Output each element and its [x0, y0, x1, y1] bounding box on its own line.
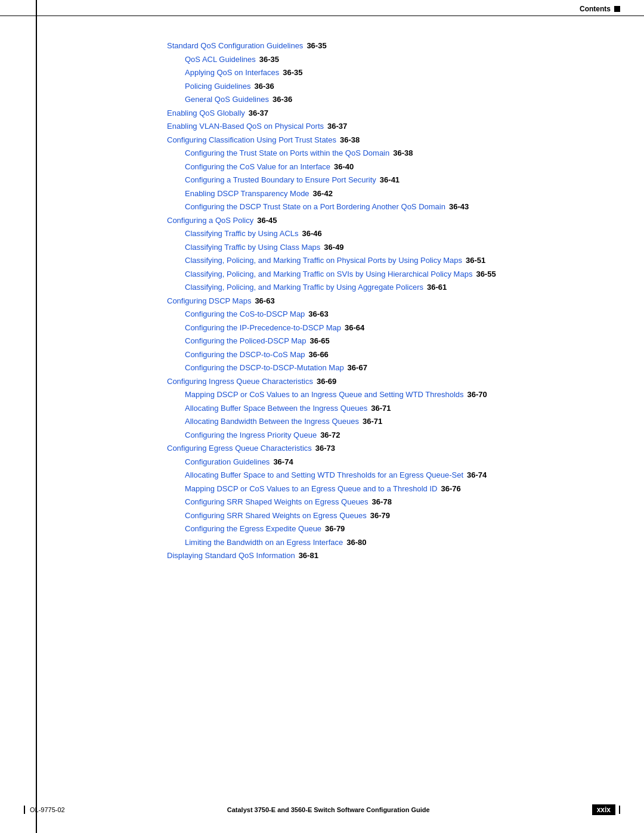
- toc-entry: Limiting the Bandwidth on an Egress Inte…: [185, 537, 584, 549]
- toc-link-16[interactable]: Classifying, Policing, and Marking Traff…: [185, 256, 462, 265]
- toc-entry: Configuring SRR Shaped Weights on Egress…: [185, 496, 584, 508]
- left-vertical-bar: [36, 0, 37, 833]
- toc-entry: QoS ACL Guidelines36-35: [185, 54, 584, 66]
- footer-page-number: xxix: [592, 804, 615, 815]
- toc-link-3[interactable]: Policing Guidelines: [185, 82, 251, 91]
- toc-link-5[interactable]: Enabling QoS Globally: [167, 109, 245, 117]
- toc-entry: Configuring the Egress Expedite Queue36-…: [185, 523, 584, 535]
- toc-link-26[interactable]: Mapping DSCP or CoS Values to an Ingress…: [185, 390, 464, 399]
- toc-entry: Classifying, Policing, and Marking Traff…: [185, 281, 584, 293]
- toc-link-17[interactable]: Classifying, Policing, and Marking Traff…: [185, 270, 472, 278]
- toc-link-9[interactable]: Configuring the CoS Value for an Interfa…: [185, 162, 330, 171]
- page-number-21: 36-64: [345, 323, 364, 332]
- toc-entry: Configuring the CoS-to-DSCP Map36-63: [185, 308, 584, 320]
- toc-link-35[interactable]: Configuring SRR Shared Weights on Egress…: [185, 511, 367, 520]
- toc-link-21[interactable]: Configuring the IP-Precedence-to-DSCP Ma…: [185, 323, 341, 332]
- toc-link-18[interactable]: Classifying, Policing, and Marking Traff…: [185, 283, 423, 292]
- toc-entry: Enabling VLAN-Based QoS on Physical Port…: [167, 120, 584, 132]
- toc-link-24[interactable]: Configuring the DSCP-to-DSCP-Mutation Ma…: [185, 363, 344, 372]
- toc-entry: Mapping DSCP or CoS Values to an Ingress…: [185, 389, 584, 401]
- toc-link-10[interactable]: Configuring a Trusted Boundary to Ensure…: [185, 175, 376, 184]
- toc-entry: Configuring a QoS Policy36-45: [167, 215, 584, 227]
- toc-link-8[interactable]: Configuring the Trust State on Ports wit…: [185, 148, 389, 157]
- toc-link-13[interactable]: Configuring a QoS Policy: [167, 216, 253, 225]
- toc-main-content: Standard QoS Configuration Guidelines36-…: [0, 16, 644, 599]
- toc-link-15[interactable]: Classifying Traffic by Using Class Maps: [185, 243, 320, 252]
- page-number-30: 36-73: [315, 444, 335, 453]
- toc-link-4[interactable]: General QoS Guidelines: [185, 95, 269, 104]
- page-number-2: 36-35: [283, 68, 302, 77]
- toc-link-22[interactable]: Configuring the Policed-DSCP Map: [185, 336, 306, 345]
- page-number-18: 36-61: [427, 283, 447, 292]
- toc-link-37[interactable]: Limiting the Bandwidth on an Egress Inte…: [185, 538, 343, 547]
- footer-right-bar: [619, 806, 620, 814]
- toc-link-11[interactable]: Enabling DSCP Transparency Mode: [185, 189, 309, 198]
- toc-link-31[interactable]: Configuration Guidelines: [185, 457, 270, 466]
- toc-entry: Classifying, Policing, and Marking Traff…: [185, 268, 584, 280]
- footer-right-section: xxix: [592, 804, 620, 815]
- toc-entry: Applying QoS on Interfaces36-35: [185, 67, 584, 79]
- page-number-37: 36-80: [346, 538, 366, 547]
- page-number-22: 36-65: [310, 336, 330, 345]
- toc-entry: Classifying, Policing, and Marking Traff…: [185, 255, 584, 267]
- page-footer: OL-9775-02 Catalyst 3750-E and 3560-E Sw…: [0, 804, 644, 815]
- toc-entry: Configuring Ingress Queue Characteristic…: [167, 376, 584, 388]
- toc-link-30[interactable]: Configuring Egress Queue Characteristics: [167, 444, 312, 453]
- toc-entry: Displaying Standard QoS Information36-81: [167, 550, 584, 562]
- toc-link-23[interactable]: Configuring the DSCP-to-CoS Map: [185, 350, 305, 359]
- page-number-9: 36-40: [334, 162, 354, 171]
- page-number-16: 36-51: [466, 256, 485, 265]
- toc-entry: Allocating Buffer Space to and Setting W…: [185, 469, 584, 481]
- toc-link-34[interactable]: Configuring SRR Shaped Weights on Egress…: [185, 497, 369, 506]
- toc-link-6[interactable]: Enabling VLAN-Based QoS on Physical Port…: [167, 122, 324, 131]
- toc-link-25[interactable]: Configuring Ingress Queue Characteristic…: [167, 377, 313, 386]
- page-number-31: 36-74: [273, 457, 293, 466]
- page-number-23: 36-66: [309, 350, 329, 359]
- toc-link-2[interactable]: Applying QoS on Interfaces: [185, 68, 279, 77]
- toc-link-32[interactable]: Allocating Buffer Space to and Setting W…: [185, 470, 463, 479]
- page-number-7: 36-38: [340, 135, 360, 144]
- toc-link-14[interactable]: Classifying Traffic by Using ACLs: [185, 229, 299, 238]
- header-square-icon: [614, 6, 620, 12]
- toc-entry: Standard QoS Configuration Guidelines36-…: [167, 40, 584, 52]
- toc-entry: Enabling QoS Globally36-37: [167, 107, 584, 119]
- page-number-5: 36-37: [249, 109, 268, 117]
- page-number-11: 36-42: [313, 189, 333, 198]
- page-number-8: 36-38: [393, 148, 413, 157]
- toc-link-36[interactable]: Configuring the Egress Expedite Queue: [185, 524, 321, 533]
- toc-link-7[interactable]: Configuring Classification Using Port Tr…: [167, 135, 336, 144]
- page-number-10: 36-41: [380, 175, 400, 184]
- page-number-15: 36-49: [324, 243, 343, 252]
- page-number-13: 36-45: [257, 216, 277, 225]
- toc-link-33[interactable]: Mapping DSCP or CoS Values to an Egress …: [185, 484, 437, 493]
- toc-link-1[interactable]: QoS ACL Guidelines: [185, 55, 256, 64]
- page-number-6: 36-37: [327, 122, 347, 131]
- page-number-14: 36-46: [302, 229, 322, 238]
- page-number-28: 36-71: [363, 417, 382, 426]
- toc-link-19[interactable]: Configuring DSCP Maps: [167, 296, 251, 305]
- toc-entry: Policing Guidelines36-36: [185, 80, 584, 92]
- footer-left-section: OL-9775-02: [24, 806, 65, 814]
- page-number-34: 36-78: [372, 497, 392, 506]
- toc-link-29[interactable]: Configuring the Ingress Priority Queue: [185, 431, 317, 439]
- page-number-3: 36-36: [255, 82, 274, 91]
- toc-entry: Configuring the Ingress Priority Queue36…: [185, 429, 584, 441]
- toc-link-27[interactable]: Allocating Buffer Space Between the Ingr…: [185, 404, 367, 413]
- page-number-20: 36-63: [308, 309, 328, 318]
- toc-entry: Allocating Bandwidth Between the Ingress…: [185, 416, 584, 428]
- toc-link-12[interactable]: Configuring the DSCP Trust State on a Po…: [185, 202, 445, 211]
- page-number-0: 36-35: [306, 41, 326, 50]
- toc-link-20[interactable]: Configuring the CoS-to-DSCP Map: [185, 309, 305, 318]
- toc-link-28[interactable]: Allocating Bandwidth Between the Ingress…: [185, 417, 359, 426]
- page-number-32: 36-74: [467, 470, 487, 479]
- page-number-27: 36-71: [371, 404, 391, 413]
- toc-entry: Configuring the Trust State on Ports wit…: [185, 147, 584, 159]
- page-number-17: 36-55: [476, 270, 496, 278]
- toc-entry: Configuring a Trusted Boundary to Ensure…: [185, 174, 584, 186]
- page-number-12: 36-43: [449, 202, 469, 211]
- toc-link-38[interactable]: Displaying Standard QoS Information: [167, 551, 295, 560]
- toc-entry: Configuring the DSCP Trust State on a Po…: [185, 201, 584, 213]
- toc-link-0[interactable]: Standard QoS Configuration Guidelines: [167, 41, 303, 50]
- footer-doc-number: OL-9775-02: [30, 806, 65, 813]
- page-number-1: 36-35: [259, 55, 279, 64]
